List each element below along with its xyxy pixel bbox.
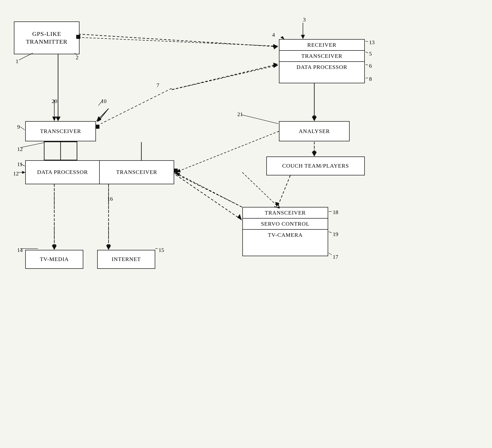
ref-4: 4 [272,32,275,38]
ref-9: 9 [17,124,20,130]
transceiver-servo-block: TRANSCEIVER SERVO CONTROL TV-CAMERA [242,207,328,256]
svg-marker-10 [312,117,317,121]
svg-line-0 [78,34,278,47]
svg-line-23 [101,88,172,124]
svg-marker-7 [273,63,278,66]
internet-label: INTERNET [110,255,143,264]
svg-line-6 [172,64,277,90]
servo-control-row: SERVO CONTROL [243,219,328,230]
data-processor-row-top: DATA PROCESSOR [279,62,364,72]
ref-11: 11 [17,161,22,168]
ref-15: 15 [159,247,164,253]
analyser-label: ANALYSER [297,127,332,136]
ref-21: 21 [237,111,243,118]
gps-transmitter-block: GPS-LIKE TRANMITTER [14,21,80,54]
couch-team-block: COUCH TEAM/PLAYERS [266,156,365,175]
ref-6: 6 [369,63,372,69]
ref-12p: 12' [13,170,20,177]
svg-marker-28 [301,35,305,39]
data-processor-transceiver-block: DATA PROCESSOR TRANSCEIVER [25,160,174,184]
ref-7: 7 [157,82,159,89]
ref-12: 12 [17,146,23,152]
svg-marker-1 [274,44,278,49]
tv-camera-row: TV-CAMERA [243,230,328,240]
svg-line-13 [172,172,241,220]
data-processor-label: DATA PROCESSOR [35,168,90,177]
svg-line-21 [278,175,290,206]
ref-3: 3 [303,16,306,23]
ref-20: 20 [52,98,57,104]
ref-14: 14 [17,247,23,253]
transceiver-bottom-label: TRANSCEIVER [114,168,159,177]
ref-5: 5 [369,50,372,57]
ref-17: 17 [333,254,338,260]
couch-team-label: COUCH TEAM/PLAYERS [280,161,351,171]
transceiver-left-label: TRANSCEIVER [38,127,83,136]
transceiver-servo-row: TRANSCEIVER [243,207,328,219]
svg-line-25 [173,172,242,207]
ref-18: 18 [333,209,338,216]
transceiver-row-top: TRANSCEIVER [279,51,364,62]
ref-8: 8 [369,76,372,82]
svg-marker-12 [312,152,317,156]
svg-marker-14 [237,214,242,220]
ref-16: 16 [107,196,113,202]
receiver-row: RECEIVER [279,40,364,51]
ref-1: 1 [16,58,18,65]
ref-13: 13 [369,39,375,46]
tv-media-label: TV-MEDIA [38,255,71,264]
svg-marker-20 [106,245,111,250]
analyser-block: ANALYSER [279,121,350,141]
diagram: GPS-LIKE TRANMITTER RECEIVER TRANSCEIVER… [0,0,492,448]
ref-2: 2 [76,54,79,61]
internet-block: INTERNET [97,250,155,269]
receiver-unit-block: RECEIVER TRANSCEIVER DATA PROCESSOR [279,39,365,83]
gps-label: GPS-LIKE TRANMITTER [24,29,70,47]
tv-media-block: TV-MEDIA [25,250,83,269]
svg-marker-18 [52,245,57,250]
ref-19: 19 [333,231,338,238]
transceiver-left-block: TRANSCEIVER [25,121,96,141]
svg-marker-3 [56,117,61,121]
ref-10: 10 [101,98,107,104]
